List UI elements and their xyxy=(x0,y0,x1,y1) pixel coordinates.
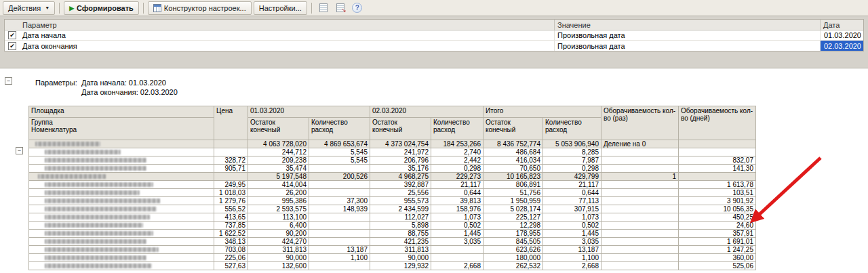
report-cell[interactable]: 148,939 xyxy=(309,205,370,213)
report-cell[interactable]: Деление на 0 xyxy=(601,140,679,148)
report-cell[interactable] xyxy=(601,156,679,165)
report-cell[interactable]: 113,100 xyxy=(248,213,309,222)
report-cell[interactable]: 311,813 xyxy=(248,246,309,254)
report-cell[interactable]: 21,117 xyxy=(543,181,601,189)
report-cell[interactable]: 1 018,03 xyxy=(214,189,248,197)
nomenclature-cell[interactable] xyxy=(29,230,214,238)
nomenclature-cell[interactable] xyxy=(29,165,214,173)
report-cell[interactable]: 429,799 xyxy=(543,173,601,181)
nomenclature-cell[interactable] xyxy=(29,148,214,156)
report-cell[interactable]: 2 593,575 xyxy=(248,205,309,213)
parameter-checkbox[interactable]: ✔ xyxy=(5,41,20,51)
parameter-date-cell[interactable]: 01.03.2020 xyxy=(820,30,863,40)
parameter-date-cell[interactable]: 02.03.2020 xyxy=(820,41,863,51)
report-cell[interactable]: 21,117 xyxy=(431,181,484,189)
report-cell[interactable] xyxy=(309,238,370,246)
report-cell[interactable]: 112,027 xyxy=(370,213,431,222)
nomenclature-cell[interactable] xyxy=(29,254,214,262)
nomenclature-cell[interactable] xyxy=(29,222,214,230)
report-cell[interactable]: 5,545 xyxy=(309,148,370,156)
report-cell[interactable]: 241,972 xyxy=(370,148,431,156)
report-cell[interactable]: 158,976 xyxy=(431,205,484,213)
report-cell[interactable]: 0,298 xyxy=(543,165,601,173)
report-cell[interactable]: 1 691,01 xyxy=(679,238,756,246)
report-cell[interactable]: 737,85 xyxy=(214,222,248,230)
report-cell[interactable] xyxy=(309,165,370,173)
report-cell[interactable]: 2,442 xyxy=(431,156,484,165)
report-cell[interactable]: 328,72 xyxy=(214,156,248,165)
report-cell[interactable]: 180,000 xyxy=(484,254,543,262)
report-cell[interactable]: 307,915 xyxy=(543,205,601,213)
report-cell[interactable] xyxy=(601,165,679,173)
report-cell[interactable] xyxy=(309,189,370,197)
report-cell[interactable]: 1 622,52 xyxy=(214,230,248,238)
report-cell[interactable]: 1 950,959 xyxy=(484,197,543,205)
report-cell[interactable] xyxy=(601,262,679,270)
report-cell[interactable]: 8 436 752,774 xyxy=(484,140,543,148)
report-cell[interactable]: 525,06 xyxy=(679,262,756,270)
report-cell[interactable]: 70,650 xyxy=(484,165,543,173)
report-cell[interactable] xyxy=(309,213,370,222)
report-cell[interactable]: 5,545 xyxy=(309,156,370,165)
report-cell[interactable] xyxy=(214,140,248,148)
report-cell[interactable]: 0,502 xyxy=(431,222,484,230)
parameter-checkbox[interactable]: ✔ xyxy=(5,30,20,40)
report-cell[interactable]: 527,63 xyxy=(214,262,248,270)
parameter-row[interactable]: ✔Дата окончанияПроизвольная дата02.03.20… xyxy=(5,41,863,51)
report-cell[interactable]: 35,474 xyxy=(248,165,309,173)
report-cell[interactable] xyxy=(679,140,756,148)
report-cell[interactable]: 424,270 xyxy=(248,238,309,246)
report-cell[interactable]: 1,445 xyxy=(431,230,484,238)
report-cell[interactable]: 25,556 xyxy=(370,189,431,197)
nomenclature-cell[interactable] xyxy=(29,181,214,189)
report-cell[interactable]: 229,273 xyxy=(431,173,484,181)
report-cell[interactable]: 955,573 xyxy=(370,197,431,205)
report-cell[interactable] xyxy=(309,230,370,238)
report-cell[interactable]: 1 613,78 xyxy=(679,181,756,189)
report-cell[interactable] xyxy=(431,246,484,254)
report-cell[interactable]: 4 968,275 xyxy=(370,173,431,181)
report-cell[interactable]: 184 253,266 xyxy=(431,140,484,148)
nomenclature-cell[interactable] xyxy=(29,140,214,148)
nomenclature-cell[interactable] xyxy=(29,238,214,246)
report-cell[interactable]: 360,00 xyxy=(679,254,756,262)
report-cell[interactable]: 311,813 xyxy=(370,246,431,254)
report-cell[interactable]: 1,073 xyxy=(431,213,484,222)
actions-button[interactable]: Действия ▼ xyxy=(3,1,55,15)
nomenclature-cell[interactable] xyxy=(29,205,214,213)
report-cell[interactable]: 90,200 xyxy=(248,230,309,238)
report-cell[interactable]: 12,298 xyxy=(484,222,543,230)
restore-settings-icon-button[interactable]: ↘ xyxy=(333,1,348,14)
report-cell[interactable]: 1,445 xyxy=(543,230,601,238)
report-cell[interactable]: 0,298 xyxy=(431,165,484,173)
report-cell[interactable]: 37,300 xyxy=(309,197,370,205)
report-cell[interactable]: 1,100 xyxy=(309,254,370,262)
report-cell[interactable]: 1 279,76 xyxy=(214,197,248,205)
nomenclature-cell[interactable] xyxy=(29,156,214,165)
report-cell[interactable]: 35,176 xyxy=(370,165,431,173)
report-cell[interactable]: 13,187 xyxy=(543,246,601,254)
report-cell[interactable]: 206,796 xyxy=(370,156,431,165)
report-cell[interactable]: 103,51 xyxy=(679,189,756,197)
report-cell[interactable]: 413,65 xyxy=(214,213,248,222)
report-cell[interactable]: 209,238 xyxy=(248,156,309,165)
report-cell[interactable]: 4 869 653,674 xyxy=(309,140,370,148)
generate-button[interactable]: ▶ Сформировать xyxy=(64,1,139,15)
report-cell[interactable] xyxy=(601,230,679,238)
report-cell[interactable]: 1,100 xyxy=(543,254,601,262)
report-cell[interactable]: 2,668 xyxy=(543,262,601,270)
report-cell[interactable]: 5 197,548 xyxy=(248,173,309,181)
report-cell[interactable] xyxy=(601,254,679,262)
parameter-value-cell[interactable]: Произвольная дата xyxy=(554,41,820,51)
report-cell[interactable]: 262,532 xyxy=(484,262,543,270)
nomenclature-cell[interactable] xyxy=(29,213,214,222)
report-cell[interactable]: 0,644 xyxy=(431,189,484,197)
report-cell[interactable]: 8,285 xyxy=(543,148,601,156)
report-cell[interactable]: 1,073 xyxy=(543,213,601,222)
group-collapse-button[interactable]: − xyxy=(16,147,23,154)
group-collapse-button[interactable]: − xyxy=(5,77,12,85)
report-cell[interactable]: 1 247,25 xyxy=(679,246,756,254)
report-cell[interactable]: 249,95 xyxy=(214,181,248,189)
report-cell[interactable]: 995,386 xyxy=(248,197,309,205)
report-cell[interactable]: 90,000 xyxy=(370,254,431,262)
